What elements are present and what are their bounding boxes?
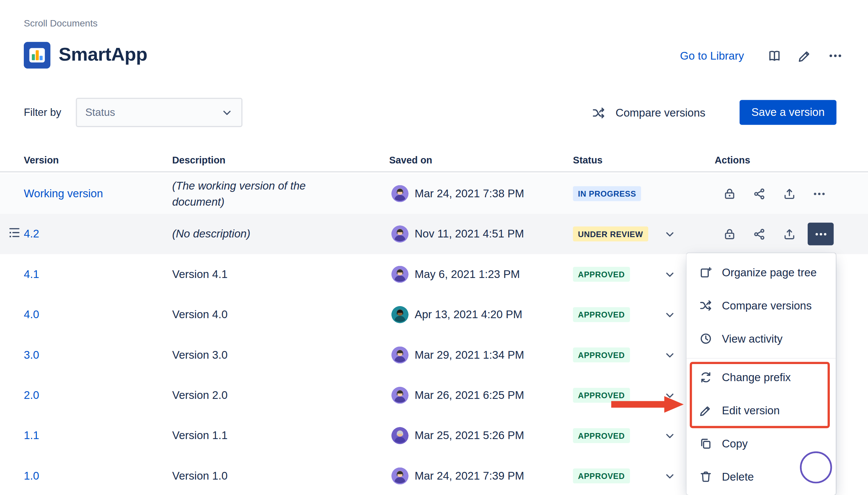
edit-icon[interactable] xyxy=(797,48,813,64)
saved-on-text: May 6, 2021 1:23 PM xyxy=(415,268,520,281)
chevron-down-icon[interactable] xyxy=(663,348,677,362)
version-description: Version 1.1 xyxy=(172,428,338,444)
saved-on-text: Apr 13, 2021 4:20 PM xyxy=(415,308,522,321)
menu-item-copy[interactable]: Copy xyxy=(686,427,836,460)
more-icon xyxy=(813,227,828,241)
book-icon[interactable] xyxy=(767,48,782,64)
chevron-down-icon[interactable] xyxy=(663,389,677,402)
status-filter-select[interactable]: Status xyxy=(76,98,242,127)
menu-item-label: Organize page tree xyxy=(722,266,817,279)
version-link[interactable]: 1.0 xyxy=(24,470,39,482)
version-link[interactable]: 2.0 xyxy=(24,389,39,401)
chevron-down-icon[interactable] xyxy=(663,429,677,442)
avatar xyxy=(391,266,408,283)
status-filter-value: Status xyxy=(85,106,220,119)
column-actions: Actions xyxy=(715,154,868,166)
organize-page-tree-icon xyxy=(699,265,713,280)
version-description: Version 3.0 xyxy=(172,347,338,363)
lock-icon[interactable] xyxy=(722,187,737,201)
page-tree-icon[interactable] xyxy=(7,225,21,240)
status-badge: APPROVED xyxy=(573,428,630,443)
edit-icon xyxy=(699,403,713,417)
saved-on-text: Mar 24, 2021 7:39 PM xyxy=(415,470,524,482)
share-icon[interactable] xyxy=(752,227,767,241)
status-badge: IN PROGRESS xyxy=(573,186,641,201)
scroll-documents-page: Scroll Documents SmartApp Go to Library … xyxy=(0,0,868,495)
menu-item-label: View activity xyxy=(722,332,783,345)
menu-item-label: Compare versions xyxy=(722,299,812,312)
chevron-down-icon[interactable] xyxy=(663,227,677,241)
chevron-down-icon xyxy=(220,106,234,119)
column-saved-on: Saved on xyxy=(389,154,573,166)
version-link[interactable]: 4.1 xyxy=(24,268,39,280)
app-logo-icon xyxy=(24,42,50,68)
chevron-down-icon[interactable] xyxy=(663,469,677,483)
status-badge: APPROVED xyxy=(573,388,630,403)
version-link[interactable]: 4.0 xyxy=(24,308,39,320)
version-description: Version 4.0 xyxy=(172,307,338,323)
copy-icon xyxy=(699,437,713,451)
saved-on-text: Mar 25, 2021 5:26 PM xyxy=(415,429,524,442)
version-link[interactable]: Working version xyxy=(24,187,103,199)
lock-icon[interactable] xyxy=(722,227,737,241)
table-header: Version Description Saved on Status Acti… xyxy=(0,149,868,172)
filter-by-label: Filter by xyxy=(24,106,61,119)
menu-item-compare-versions[interactable]: Compare versions xyxy=(686,289,836,322)
avatar xyxy=(391,346,408,363)
version-description: Version 2.0 xyxy=(172,387,338,403)
share-icon[interactable] xyxy=(752,187,767,201)
compare-versions-label: Compare versions xyxy=(616,106,705,119)
version-link[interactable]: 1.1 xyxy=(24,429,39,441)
avatar xyxy=(391,306,408,323)
row-more-button-active[interactable] xyxy=(808,223,834,245)
page-title: SmartApp xyxy=(59,44,147,65)
menu-item-edit-version[interactable]: Edit version xyxy=(686,394,836,427)
export-icon[interactable] xyxy=(782,187,797,201)
saved-on-text: Mar 26, 2021 6:25 PM xyxy=(415,389,524,402)
status-badge: APPROVED xyxy=(573,267,630,282)
trash-icon xyxy=(699,470,713,484)
chevron-down-icon[interactable] xyxy=(663,268,677,281)
save-version-button[interactable]: Save a version xyxy=(740,100,836,125)
export-icon[interactable] xyxy=(782,227,797,241)
compare-icon xyxy=(699,298,713,313)
go-to-library-link[interactable]: Go to Library xyxy=(680,50,744,62)
breadcrumb[interactable]: Scroll Documents xyxy=(24,18,98,29)
version-link[interactable]: 4.2 xyxy=(24,228,39,240)
row-actions-menu: Organize page tree Compare versions View… xyxy=(686,253,836,495)
row-more-icon[interactable] xyxy=(812,187,827,201)
column-description: Description xyxy=(172,154,389,166)
avatar xyxy=(391,467,408,484)
menu-item-change-prefix[interactable]: Change prefix xyxy=(686,361,836,394)
table-row[interactable]: Working version (The working version of … xyxy=(0,173,868,214)
avatar xyxy=(391,185,408,202)
menu-item-organize-page-tree[interactable]: Organize page tree xyxy=(686,256,836,289)
saved-on-text: Mar 24, 2021 7:38 PM xyxy=(415,187,524,200)
menu-item-view-activity[interactable]: View activity xyxy=(686,322,836,355)
avatar xyxy=(391,427,408,444)
column-version: Version xyxy=(24,154,172,166)
version-description: Version 4.1 xyxy=(172,266,338,282)
menu-item-delete[interactable]: Delete xyxy=(686,460,836,493)
status-badge: UNDER REVIEW xyxy=(573,226,648,241)
change-prefix-icon xyxy=(699,370,713,385)
status-badge: APPROVED xyxy=(573,307,630,322)
column-status: Status xyxy=(573,154,715,166)
compare-versions-button[interactable]: Compare versions xyxy=(591,105,705,120)
menu-item-label: Change prefix xyxy=(722,371,791,384)
version-description: (The working version of the document) xyxy=(172,177,330,210)
version-description: (No description) xyxy=(172,226,338,242)
menu-item-label: Copy xyxy=(722,438,748,450)
chevron-down-icon[interactable] xyxy=(663,308,677,322)
avatar xyxy=(391,225,408,242)
table-row[interactable]: 4.2 (No description) Nov 11, 2021 4:51 P… xyxy=(0,214,868,254)
more-icon[interactable] xyxy=(828,48,843,64)
menu-divider xyxy=(686,358,836,358)
avatar xyxy=(391,387,408,404)
version-link[interactable]: 3.0 xyxy=(24,349,39,361)
saved-on-text: Nov 11, 2021 4:51 PM xyxy=(415,228,524,240)
compare-icon xyxy=(591,105,606,120)
status-badge: APPROVED xyxy=(573,468,630,484)
status-badge: APPROVED xyxy=(573,348,630,363)
saved-on-text: Mar 29, 2021 1:34 PM xyxy=(415,349,524,361)
